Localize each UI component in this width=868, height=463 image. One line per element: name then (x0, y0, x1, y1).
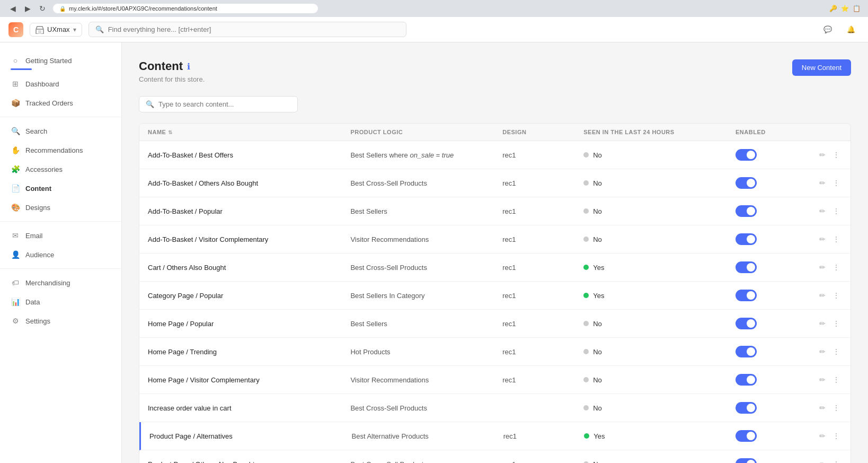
edit-button[interactable]: ✏ (817, 429, 828, 443)
more-options-button[interactable]: ⋮ (830, 147, 842, 162)
edit-button[interactable]: ✏ (817, 232, 828, 247)
enabled-toggle[interactable] (736, 261, 757, 273)
cell-product-logic: Best Cross-Sell Products (342, 454, 494, 464)
cell-name: Product Page / Alternatives (141, 426, 343, 447)
cell-name: Add-To-Basket / Others Also Bought (139, 173, 342, 194)
table-row[interactable]: Add-To-Basket / Visitor Complementary Vi… (139, 225, 851, 254)
dashboard-icon: ⊞ (11, 79, 20, 89)
edit-button[interactable]: ✏ (817, 400, 828, 415)
ext-icon-3[interactable]: 📋 (851, 3, 862, 14)
reload-button[interactable]: ↻ (36, 2, 49, 15)
seen-dot (583, 208, 589, 214)
cell-enabled (727, 311, 808, 336)
store-selector[interactable]: UXmax ▾ (30, 23, 82, 37)
sidebar-item-recommendations[interactable]: ✋ Recommendations (0, 141, 121, 160)
enabled-toggle[interactable] (736, 402, 757, 414)
enabled-toggle[interactable] (736, 318, 757, 329)
sidebar-label-dashboard: Dashboard (25, 80, 59, 88)
table-row[interactable]: Product Page / Alternatives Best Alterna… (139, 422, 851, 450)
sidebar-item-search[interactable]: 🔍 Search (0, 121, 121, 141)
cell-seen: Yes (575, 285, 727, 306)
new-content-button[interactable]: New Content (792, 59, 851, 76)
more-options-button[interactable]: ⋮ (830, 260, 842, 275)
table-row[interactable]: Increase order value in cart Best Cross-… (139, 394, 851, 422)
cell-name: Product Page / Others Also Bought (139, 454, 342, 464)
notifications-button[interactable]: 🔔 (843, 21, 860, 38)
ext-icon-2[interactable]: ⭐ (839, 3, 850, 14)
table-row[interactable]: Product Page / Others Also Bought Best C… (139, 450, 851, 463)
sort-icon[interactable]: ⇅ (168, 129, 173, 135)
edit-button[interactable]: ✏ (817, 372, 828, 387)
sidebar-item-audience[interactable]: 👤 Audience (0, 245, 121, 264)
seen-label: Yes (593, 264, 604, 272)
table-row[interactable]: Add-To-Basket / Popular Best Sellers rec… (139, 197, 851, 225)
enabled-toggle[interactable] (736, 233, 757, 245)
more-options-button[interactable]: ⋮ (830, 204, 842, 219)
cell-product-logic: Hot Products (342, 342, 494, 362)
content-search-bar[interactable]: 🔍 (139, 96, 298, 112)
content-search-input[interactable] (158, 100, 291, 108)
edit-button[interactable]: ✏ (817, 204, 828, 219)
forward-button[interactable]: ▶ (21, 2, 34, 15)
sidebar-item-content[interactable]: 📄 Content (0, 179, 121, 198)
sidebar-divider-3 (0, 268, 121, 269)
seen-label: No (593, 404, 602, 412)
table-header-name: NAME ⇅ (139, 124, 342, 141)
enabled-toggle[interactable] (736, 430, 757, 442)
sidebar-item-dashboard[interactable]: ⊞ Dashboard (0, 74, 121, 93)
table-row[interactable]: Home Page / Trending Hot Products rec1 N… (139, 338, 851, 366)
more-options-button[interactable]: ⋮ (830, 429, 842, 443)
edit-button[interactable]: ✏ (817, 147, 828, 162)
more-options-button[interactable]: ⋮ (830, 457, 842, 463)
enabled-toggle[interactable] (736, 149, 757, 161)
edit-button[interactable]: ✏ (817, 316, 828, 331)
more-options-button[interactable]: ⋮ (830, 288, 842, 303)
cell-actions: ✏ ⋮ (808, 422, 851, 450)
sidebar-item-getting-started[interactable]: ○ Getting Started (0, 51, 121, 67)
messages-button[interactable]: 💬 (819, 21, 836, 38)
sidebar-item-email[interactable]: ✉ Email (0, 226, 121, 245)
table-row[interactable]: Home Page / Popular Best Sellers rec1 No… (139, 310, 851, 338)
table-row[interactable]: Home Page / Visitor Complementary Visito… (139, 366, 851, 394)
more-options-button[interactable]: ⋮ (830, 176, 842, 190)
cell-product-logic: Visitor Recommendations (342, 229, 494, 250)
table-header: NAME ⇅ PRODUCT LOGIC DESIGN SEEN IN THE … (139, 124, 851, 141)
edit-button[interactable]: ✏ (817, 176, 828, 190)
address-bar[interactable]: 🔒 my.clerk.io/#/store/U0APXG9C/recommend… (53, 4, 318, 13)
more-options-button[interactable]: ⋮ (830, 400, 842, 415)
sidebar-item-merchandising[interactable]: 🏷 Merchandising (0, 273, 121, 292)
seen-label: No (593, 320, 602, 328)
edit-button[interactable]: ✏ (817, 457, 828, 463)
enabled-toggle[interactable] (736, 177, 757, 189)
back-button[interactable]: ◀ (6, 2, 19, 15)
sidebar-item-tracked-orders[interactable]: 📦 Tracked Orders (0, 93, 121, 112)
enabled-toggle[interactable] (736, 346, 757, 357)
enabled-toggle[interactable] (736, 205, 757, 217)
table-row[interactable]: Cart / Others Also Bought Best Cross-Sel… (139, 254, 851, 282)
table-row[interactable]: Add-To-Basket / Others Also Bought Best … (139, 169, 851, 197)
info-icon[interactable]: ℹ (187, 62, 190, 72)
enabled-toggle[interactable] (736, 374, 757, 386)
search-input[interactable] (108, 25, 400, 33)
table-row[interactable]: Category Page / Popular Best Sellers In … (139, 282, 851, 310)
sidebar-item-data[interactable]: 📊 Data (0, 292, 121, 311)
more-options-button[interactable]: ⋮ (830, 344, 842, 359)
page-title-row: Content ℹ (139, 59, 205, 73)
more-options-button[interactable]: ⋮ (830, 232, 842, 247)
sidebar-item-designs[interactable]: 🎨 Designs (0, 198, 121, 217)
edit-button[interactable]: ✏ (817, 344, 828, 359)
more-options-button[interactable]: ⋮ (830, 316, 842, 331)
ext-icon-1[interactable]: 🔑 (828, 3, 838, 14)
edit-button[interactable]: ✏ (817, 288, 828, 303)
global-search[interactable]: 🔍 (88, 22, 406, 37)
cell-seen: No (575, 173, 727, 194)
enabled-toggle[interactable] (736, 458, 757, 463)
more-options-button[interactable]: ⋮ (830, 372, 842, 387)
topbar: C UXmax ▾ 🔍 💬 🔔 (0, 17, 868, 42)
sidebar-item-accessories[interactable]: 🧩 Accessories (0, 160, 121, 179)
sidebar-item-settings[interactable]: ⚙ Settings (0, 311, 121, 330)
enabled-toggle[interactable] (736, 290, 757, 301)
table-row[interactable]: Add-To-Basket / Best Offers Best Sellers… (139, 141, 851, 169)
edit-button[interactable]: ✏ (817, 260, 828, 275)
chevron-down-icon: ▾ (73, 26, 76, 33)
